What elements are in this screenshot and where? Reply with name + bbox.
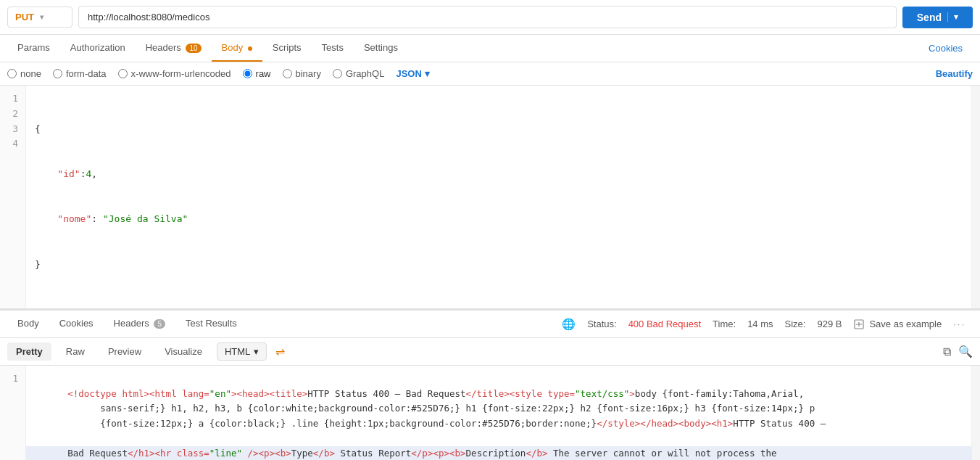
method-label: PUT — [15, 12, 34, 22]
format-bar: Pretty Raw Preview Visualize HTML ▾ ⇌ ⧉ … — [0, 338, 980, 366]
code-content[interactable]: { "id":4, "nome": "José da Silva" } — [26, 86, 971, 308]
format-chevron-icon: ▾ — [254, 346, 259, 357]
option-form-data[interactable]: form-data — [53, 68, 107, 79]
send-chevron-icon: ▾ — [947, 12, 958, 22]
time-label: Time: — [713, 319, 736, 329]
response-tabs: Body Cookies Headers 5 Test Results — [7, 311, 555, 337]
size-value: 929 B — [817, 319, 842, 329]
request-tab-bar: Params Authorization Headers 10 Body Scr… — [0, 35, 980, 62]
save-icon — [853, 319, 865, 330]
option-url-encoded[interactable]: x-www-form-urlencoded — [118, 68, 231, 79]
search-button[interactable]: 🔍 — [958, 345, 973, 358]
format-type-dropdown[interactable]: HTML ▾ — [217, 342, 267, 361]
resp-line-numbers: 1 — [0, 366, 26, 460]
response-actions: ⧉ 🔍 — [943, 345, 973, 358]
beautify-button[interactable]: Beautify — [936, 68, 973, 79]
body-dot — [248, 46, 252, 51]
tab-params[interactable]: Params — [7, 35, 60, 62]
option-none[interactable]: none — [7, 68, 41, 79]
cookies-link[interactable]: Cookies — [918, 36, 973, 61]
status-label: Status: — [587, 319, 616, 329]
globe-icon: 🌐 — [562, 318, 576, 331]
time-value: 14 ms — [747, 319, 773, 329]
editor-area[interactable]: 1 2 3 4 { "id":4, "nome": "José da Silva… — [0, 86, 980, 308]
headers-badge: 10 — [186, 44, 201, 53]
format-visualize[interactable]: Visualize — [156, 342, 211, 361]
save-example-button[interactable]: Save as example — [853, 319, 942, 330]
send-label: Send — [917, 12, 942, 23]
resp-tab-body[interactable]: Body — [7, 311, 49, 337]
tab-settings[interactable]: Settings — [354, 35, 408, 62]
tab-body[interactable]: Body — [212, 35, 262, 62]
resp-tab-headers[interactable]: Headers 5 — [104, 311, 175, 337]
tab-headers[interactable]: Headers 10 — [136, 35, 212, 62]
tab-scripts[interactable]: Scripts — [262, 35, 312, 62]
editor-scrollbar[interactable] — [971, 86, 980, 308]
option-graphql[interactable]: GraphQL — [333, 68, 384, 79]
send-button[interactable]: Send ▾ — [902, 7, 973, 28]
method-select[interactable]: PUT ▾ — [7, 7, 72, 28]
resp-tab-test-results[interactable]: Test Results — [175, 311, 247, 337]
top-bar: PUT ▾ Send ▾ — [0, 0, 980, 35]
format-preview[interactable]: Preview — [99, 342, 150, 361]
format-pretty[interactable]: Pretty — [7, 342, 51, 361]
request-body-editor: 1 2 3 4 { "id":4, "nome": "José da Silva… — [0, 86, 980, 309]
resp-tab-cookies[interactable]: Cookies — [49, 311, 104, 337]
status-badge: 400 Bad Request — [628, 319, 701, 329]
resp-scrollbar[interactable] — [971, 366, 980, 460]
option-binary[interactable]: binary — [283, 68, 321, 79]
json-dropdown[interactable]: JSON ▾ — [396, 68, 429, 79]
filter-icon[interactable]: ⇌ — [275, 345, 285, 358]
format-raw[interactable]: Raw — [57, 342, 94, 361]
url-input[interactable] — [78, 6, 897, 28]
copy-button[interactable]: ⧉ — [943, 345, 951, 358]
response-tab-bar: Body Cookies Headers 5 Test Results 🌐 St… — [0, 311, 980, 338]
more-options-button[interactable]: ··· — [953, 319, 966, 329]
resp-headers-badge: 5 — [154, 319, 165, 329]
option-raw[interactable]: raw — [243, 68, 271, 79]
tab-tests[interactable]: Tests — [312, 35, 354, 62]
method-chevron-icon: ▾ — [40, 13, 43, 21]
response-meta: 🌐 Status: 400 Bad Request Time: 14 ms Si… — [555, 318, 973, 331]
size-label: Size: — [785, 319, 806, 329]
response-code-area[interactable]: 1 <!doctype html><html lang="en"><head><… — [0, 366, 980, 460]
line-numbers: 1 2 3 4 — [0, 86, 26, 308]
request-tabs: Params Authorization Headers 10 Body Scr… — [7, 35, 918, 62]
body-options-bar: none form-data x-www-form-urlencoded raw… — [0, 62, 980, 86]
response-section: Body Cookies Headers 5 Test Results 🌐 St… — [0, 309, 980, 460]
tab-authorization[interactable]: Authorization — [60, 35, 136, 62]
resp-code-content: <!doctype html><html lang="en"><head><ti… — [26, 366, 971, 460]
json-chevron-icon: ▾ — [425, 68, 430, 79]
